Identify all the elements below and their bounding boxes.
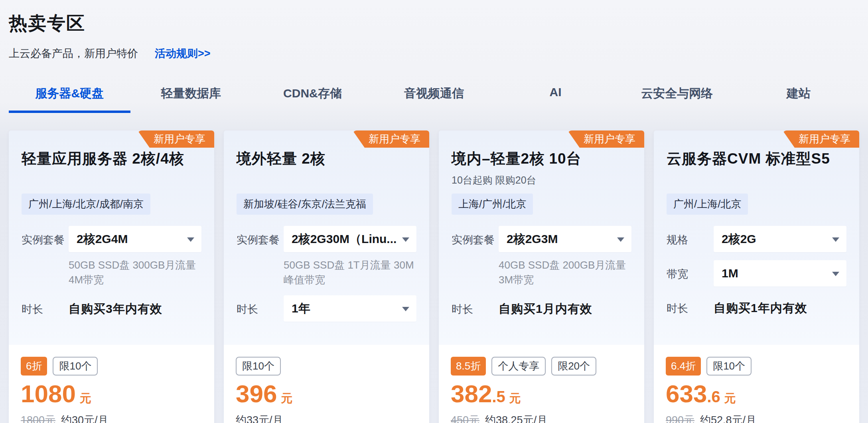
region-tag: 上海/广州/北京 — [452, 194, 533, 215]
price-row: 1080 元 — [21, 381, 202, 407]
price-monthly: 约52.8元/月 — [700, 413, 756, 423]
promo-tags: 6折限10个 — [21, 357, 202, 375]
tab-2[interactable]: 轻量数据库 — [130, 83, 252, 113]
price-integer: 1080 — [21, 381, 76, 406]
promo-tag: 限10个 — [236, 357, 281, 376]
price-unit: 元 — [80, 391, 91, 407]
tab-3[interactable]: CDN&存储 — [252, 83, 373, 113]
promo-tag: 个人专享 — [491, 357, 546, 376]
config-select[interactable]: 2核2G3M — [499, 226, 631, 252]
price-monthly: 约33元/月 — [236, 413, 283, 423]
config-select-value: 2核2G4M — [77, 231, 128, 247]
tab-label: CDN&存储 — [283, 87, 342, 100]
card-price-area: 限10个 396 元 约33元/月 — [224, 345, 429, 423]
config-select[interactable]: 2核2G30M（Linu... — [284, 226, 416, 252]
config-select-value: 2核2G — [722, 231, 756, 247]
config-row-label: 规格 — [667, 226, 714, 252]
card-config-area: 云服务器CVM 标准型S5 广州/上海/北京 规格 2核2G 带宽 1M 时长 … — [654, 130, 859, 345]
region-tag: 广州/上海/北京 — [667, 194, 748, 215]
tab-label: 云安全与网络 — [641, 87, 713, 100]
region-tag: 新加坡/硅谷/东京/法兰克福 — [237, 194, 373, 215]
product-card-1: 新用户专享 轻量应用服务器 2核/4核 广州/上海/北京/成都/南京 实例套餐 … — [9, 130, 214, 423]
card-config-area: 境外轻量 2核 新加坡/硅谷/东京/法兰克福 实例套餐 2核2G30M（Linu… — [224, 130, 429, 345]
card-price-area: 8.5折个人专享限20个 382 .5 元 450元 约38.25元/月 — [439, 345, 644, 423]
config-row: 时长 1年 — [237, 295, 416, 322]
card-price-area: 6.4折限10个 633 .6 元 990元 约52.8元/月 — [654, 345, 859, 423]
tab-5[interactable]: AI — [495, 83, 616, 113]
price-integer: 633 — [666, 381, 707, 406]
tab-4[interactable]: 音视频通信 — [373, 83, 495, 113]
product-card-3: 新用户专享 境内–轻量2核 10台 10台起购 限购20台 上海/广州/北京 实… — [439, 130, 644, 423]
oldprice-row: 约33元/月 — [236, 413, 417, 423]
card-price-area: 6折限10个 1080 元 1800元 约30元/月 — [9, 345, 214, 423]
new-user-badge: 新用户专享 — [568, 130, 644, 148]
tab-label: 建站 — [787, 87, 811, 100]
chevron-down-icon — [402, 237, 409, 242]
card-config-area: 境内–轻量2核 10台 10台起购 限购20台 上海/广州/北京 实例套餐 2核… — [439, 130, 644, 345]
price-row: 396 元 — [236, 381, 417, 407]
tab-label: 轻量数据库 — [161, 87, 221, 100]
config-select[interactable]: 2核2G — [714, 226, 846, 252]
config-select[interactable]: 2核2G4M — [69, 226, 201, 252]
config-row-label: 时长 — [22, 295, 69, 317]
hot-sale-page: 热卖专区 上云必备产品，新用户特价 活动规则>> 服务器&硬盘 轻量数据库 CD… — [0, 0, 868, 423]
config-row-label: 实例套餐 — [452, 226, 499, 287]
config-row: 实例套餐 2核2G3M 40GB SSD盘 200GB月流量 3M带宽 — [452, 226, 631, 287]
card-title-block: 境外轻量 2核 — [237, 149, 416, 194]
config-description: 50GB SSD盘 1T月流量 30M峰值带宽 — [284, 258, 416, 287]
price-monthly: 约30元/月 — [61, 413, 108, 423]
subtitle-row: 上云必备产品，新用户特价 活动规则>> — [9, 46, 859, 61]
config-row-label: 时长 — [237, 295, 284, 322]
promo-tag: 6折 — [21, 357, 47, 376]
config-text-value: 自购买1月内有效 — [499, 295, 631, 317]
card-title: 轻量应用服务器 2核/4核 — [22, 149, 201, 169]
config-row: 实例套餐 2核2G30M（Linu... 50GB SSD盘 1T月流量 30M… — [237, 226, 416, 287]
promo-tags: 8.5折个人专享限20个 — [451, 357, 632, 375]
config-row-label: 实例套餐 — [237, 226, 284, 287]
promo-tag: 限10个 — [53, 357, 98, 376]
chevron-down-icon — [617, 237, 624, 242]
price-row: 633 .6 元 — [666, 381, 847, 407]
config-select-value: 1年 — [292, 300, 310, 317]
tab-1[interactable]: 服务器&硬盘 — [9, 83, 130, 113]
card-title-block: 境内–轻量2核 10台 10台起购 限购20台 — [452, 149, 631, 194]
price-row: 382 .5 元 — [451, 381, 632, 407]
card-title-block: 轻量应用服务器 2核/4核 — [22, 149, 201, 194]
price-original: 1800元 — [21, 413, 55, 423]
page-title: 热卖专区 — [9, 0, 859, 36]
config-select[interactable]: 1年 — [284, 295, 416, 322]
tab-6[interactable]: 云安全与网络 — [616, 83, 738, 113]
config-row: 实例套餐 2核2G4M 50GB SSD盘 300GB月流量 4M带宽 — [22, 226, 201, 287]
price-original: 450元 — [451, 413, 479, 423]
chevron-down-icon — [832, 272, 839, 276]
product-cards: 新用户专享 轻量应用服务器 2核/4核 广州/上海/北京/成都/南京 实例套餐 … — [9, 130, 859, 423]
new-user-badge: 新用户专享 — [353, 130, 429, 148]
tab-7[interactable]: 建站 — [738, 83, 859, 113]
activity-rules-link[interactable]: 活动规则>> — [155, 46, 211, 61]
price-unit: 元 — [281, 391, 292, 407]
price-decimal: .5 — [492, 388, 505, 406]
config-row-label: 实例套餐 — [22, 226, 69, 287]
chevron-down-icon — [832, 237, 839, 242]
config-row: 时长 自购买3年内有效 — [22, 295, 201, 317]
promo-tags: 6.4折限10个 — [666, 357, 847, 375]
chevron-down-icon — [402, 307, 409, 311]
new-user-badge: 新用户专享 — [138, 130, 214, 148]
config-select-value: 2核2G30M（Linu... — [292, 231, 397, 247]
card-config-area: 轻量应用服务器 2核/4核 广州/上海/北京/成都/南京 实例套餐 2核2G4M… — [9, 130, 214, 345]
product-card-2: 新用户专享 境外轻量 2核 新加坡/硅谷/东京/法兰克福 实例套餐 2核2G30… — [224, 130, 429, 423]
card-title: 境外轻量 2核 — [237, 149, 416, 169]
config-text-value: 自购买3年内有效 — [69, 295, 201, 317]
page-subtitle: 上云必备产品，新用户特价 — [9, 46, 138, 61]
price-original: 990元 — [666, 413, 694, 423]
config-select[interactable]: 1M — [714, 260, 846, 287]
tab-label: AI — [550, 85, 562, 99]
config-row: 规格 2核2G — [667, 226, 846, 252]
config-row: 时长 自购买1月内有效 — [452, 295, 631, 317]
config-rows: 实例套餐 2核2G3M 40GB SSD盘 200GB月流量 3M带宽 时长 自… — [452, 226, 631, 317]
oldprice-row: 990元 约52.8元/月 — [666, 413, 847, 423]
price-unit: 元 — [724, 391, 736, 407]
region-tag: 广州/上海/北京/成都/南京 — [22, 194, 150, 215]
config-row-label: 带宽 — [667, 260, 714, 287]
chevron-down-icon — [187, 237, 194, 242]
